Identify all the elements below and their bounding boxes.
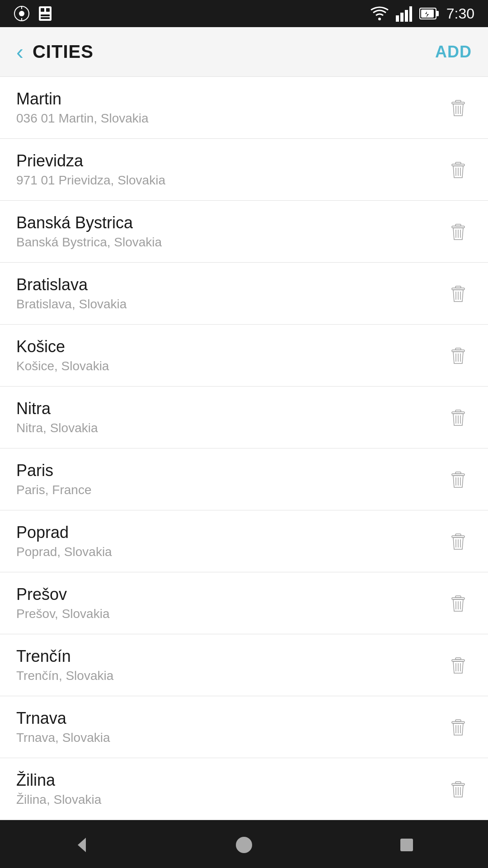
delete-city-button[interactable] (445, 94, 472, 121)
signal-icon (396, 5, 412, 22)
city-name: Prešov (16, 585, 109, 604)
trash-icon (448, 593, 468, 613)
city-info: Prešov Prešov, Slovakia (16, 585, 109, 621)
delete-city-button[interactable] (445, 404, 472, 431)
city-name: Nitra (16, 399, 98, 418)
svg-point-78 (236, 837, 252, 853)
trash-icon (448, 407, 468, 427)
trash-icon (448, 98, 468, 118)
svg-point-1 (19, 11, 24, 16)
trash-icon (448, 160, 468, 179)
svg-rect-10 (396, 15, 399, 22)
city-address: Banská Bystrica, Slovakia (16, 235, 162, 250)
delete-city-button[interactable] (445, 342, 472, 369)
city-info: Žilina Žilina, Slovakia (16, 771, 101, 807)
delete-city-button[interactable] (445, 590, 472, 617)
city-item: Paris Paris, France (0, 448, 488, 510)
city-address: Trnava, Slovakia (16, 731, 110, 745)
city-item: Bratislava Bratislava, Slovakia (0, 263, 488, 325)
svg-rect-79 (400, 839, 413, 851)
svg-rect-6 (46, 8, 50, 12)
add-button[interactable]: ADD (435, 42, 472, 61)
sim-icon (37, 5, 53, 22)
back-button[interactable]: ‹ (16, 41, 23, 63)
trash-icon (448, 283, 468, 303)
city-info: Košice Košice, Slovakia (16, 337, 109, 373)
svg-rect-58 (455, 596, 461, 598)
header-left: ‹ CITIES (16, 41, 94, 63)
city-name: Banská Bystrica (16, 213, 162, 232)
nav-recents-icon (397, 835, 417, 855)
delete-city-button[interactable] (445, 713, 472, 741)
svg-marker-77 (78, 838, 86, 852)
city-address: Košice, Slovakia (16, 359, 109, 373)
city-info: Prievidza 971 01 Prievidza, Slovakia (16, 151, 165, 188)
svg-rect-73 (455, 782, 461, 783)
city-info: Banská Bystrica Banská Bystrica, Slovaki… (16, 213, 162, 250)
city-item: Trenčín Trenčín, Slovakia (0, 634, 488, 696)
city-name: Prievidza (16, 151, 165, 170)
city-item: Poprad Poprad, Slovakia (0, 510, 488, 572)
settings-icon (14, 5, 30, 22)
city-info: Poprad Poprad, Slovakia (16, 523, 112, 559)
svg-rect-68 (455, 720, 461, 722)
city-address: 036 01 Martin, Slovakia (16, 111, 149, 126)
status-bar: 7:30 (0, 0, 488, 27)
trash-icon (448, 531, 468, 551)
svg-point-9 (378, 18, 381, 20)
svg-rect-23 (455, 162, 461, 164)
city-name: Trenčín (16, 647, 113, 666)
wifi-icon (371, 5, 389, 22)
city-item: Žilina Žilina, Slovakia (0, 758, 488, 820)
city-item: Prešov Prešov, Slovakia (0, 572, 488, 634)
city-item: Martin 036 01 Martin, Slovakia (0, 77, 488, 139)
delete-city-button[interactable] (445, 218, 472, 245)
svg-rect-38 (455, 348, 461, 350)
delete-city-button[interactable] (445, 156, 472, 183)
delete-city-button[interactable] (445, 280, 472, 307)
svg-rect-53 (455, 534, 461, 536)
city-address: Trenčín, Slovakia (16, 669, 113, 683)
svg-rect-13 (409, 6, 412, 22)
svg-rect-43 (455, 410, 461, 412)
nav-home-icon (234, 835, 254, 855)
city-info: Martin 036 01 Martin, Slovakia (16, 90, 149, 126)
city-address: Bratislava, Slovakia (16, 297, 127, 311)
city-address: 971 01 Prievidza, Slovakia (16, 173, 165, 188)
nav-bar (0, 820, 488, 868)
city-name: Trnava (16, 709, 110, 728)
nav-back-icon (71, 835, 91, 855)
battery-icon (419, 5, 439, 22)
city-info: Trnava Trnava, Slovakia (16, 709, 110, 745)
nav-back-button[interactable] (44, 826, 118, 864)
app-header: ‹ CITIES ADD (0, 27, 488, 77)
city-info: Nitra Nitra, Slovakia (16, 399, 98, 435)
city-info: Trenčín Trenčín, Slovakia (16, 647, 113, 683)
svg-rect-15 (436, 11, 439, 16)
city-name: Martin (16, 90, 149, 108)
svg-rect-8 (41, 17, 50, 19)
svg-rect-12 (405, 10, 408, 22)
delete-city-button[interactable] (445, 466, 472, 493)
city-item: Banská Bystrica Banská Bystrica, Slovaki… (0, 201, 488, 263)
nav-home-button[interactable] (207, 826, 281, 864)
city-address: Nitra, Slovakia (16, 421, 98, 435)
delete-city-button[interactable] (445, 651, 472, 679)
delete-city-button[interactable] (445, 528, 472, 555)
city-item: Trnava Trnava, Slovakia (0, 696, 488, 758)
city-address: Poprad, Slovakia (16, 545, 112, 559)
city-address: Žilina, Slovakia (16, 793, 101, 807)
trash-icon (448, 779, 468, 799)
svg-rect-18 (455, 100, 461, 102)
nav-recents-button[interactable] (370, 826, 444, 864)
svg-rect-11 (400, 13, 404, 22)
city-address: Prešov, Slovakia (16, 607, 109, 621)
delete-city-button[interactable] (445, 775, 472, 802)
svg-rect-5 (41, 8, 44, 12)
page-title: CITIES (33, 42, 94, 62)
city-name: Paris (16, 461, 92, 480)
trash-icon (448, 469, 468, 489)
status-bar-left-icons (14, 5, 53, 22)
trash-icon (448, 717, 468, 737)
city-name: Košice (16, 337, 109, 356)
